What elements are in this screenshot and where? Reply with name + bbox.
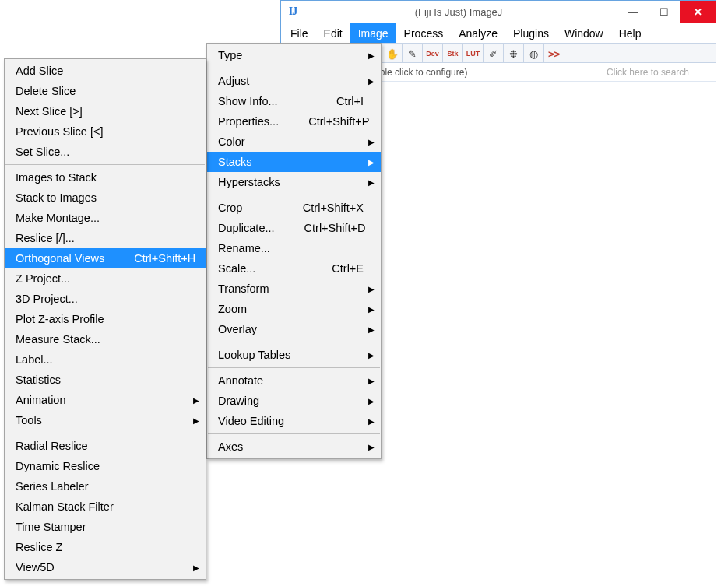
- image-menu-video-editing[interactable]: Video Editing▶: [207, 411, 381, 431]
- flood-tool-icon[interactable]: ◍: [524, 44, 544, 63]
- stacks-menu-reslice[interactable]: Reslice [/]...: [5, 228, 206, 248]
- stacks-menu-add-slice[interactable]: Add Slice: [5, 61, 206, 81]
- menu-item-shortcut: Ctrl+Shift+X: [273, 202, 364, 214]
- menu-item-shortcut: Ctrl+I: [307, 95, 364, 107]
- menu-item-label: Type: [218, 49, 242, 61]
- image-menu-lookup-tables[interactable]: Lookup Tables▶: [207, 345, 381, 365]
- image-menu-show-info[interactable]: Show Info...Ctrl+I: [207, 91, 381, 111]
- image-menu-separator: [208, 433, 380, 434]
- submenu-arrow-icon: ▶: [368, 377, 375, 385]
- menu-item-label: Axes: [218, 440, 243, 453]
- stacks-menu-orthogonal-views[interactable]: Orthogonal ViewsCtrl+Shift+H: [5, 248, 206, 268]
- menu-item-label: Dynamic Reslice: [16, 460, 100, 472]
- menu-item-label: Color: [218, 135, 245, 148]
- submenu-arrow-icon: ▶: [368, 397, 375, 405]
- image-menu-drawing[interactable]: Drawing▶: [207, 391, 381, 411]
- image-menu-overlay[interactable]: Overlay▶: [207, 319, 381, 339]
- menu-item-label: Lookup Tables: [218, 349, 290, 361]
- submenu-arrow-icon: ▶: [368, 51, 375, 60]
- dev-icon[interactable]: Dev: [423, 44, 443, 63]
- stacks-menu-delete-slice[interactable]: Delete Slice: [5, 81, 206, 101]
- stacks-menu-kalman-stack-filter[interactable]: Kalman Stack Filter: [5, 497, 206, 517]
- stacks-menu-3d-project[interactable]: 3D Project...: [5, 289, 206, 309]
- stacks-menu-previous-slice[interactable]: Previous Slice [<]: [5, 121, 206, 142]
- image-menu-rename[interactable]: Rename...: [207, 238, 381, 258]
- image-menu-adjust[interactable]: Adjust▶: [207, 71, 381, 91]
- menu-plugins[interactable]: Plugins: [505, 23, 557, 43]
- stacks-menu-dynamic-reslice[interactable]: Dynamic Reslice: [5, 456, 206, 476]
- stacks-menu-reslice-z[interactable]: Reslice Z: [5, 537, 206, 557]
- maximize-button[interactable]: ☐: [649, 1, 680, 23]
- menu-analyze[interactable]: Analyze: [451, 23, 505, 43]
- close-button[interactable]: ✕: [680, 1, 716, 23]
- submenu-arrow-icon: ▶: [368, 77, 375, 86]
- image-menu-axes[interactable]: Axes▶: [207, 437, 381, 457]
- brush-tool-icon[interactable]: ✐: [484, 44, 504, 63]
- stacks-menu-series-labeler[interactable]: Series Labeler: [5, 476, 206, 497]
- image-menu-separator: [208, 68, 380, 68]
- search-input[interactable]: Click here to search: [607, 67, 716, 78]
- submenu-arrow-icon: ▶: [368, 158, 375, 167]
- menu-item-label: Tools: [16, 414, 42, 426]
- more-tools-icon[interactable]: >>: [544, 44, 564, 63]
- submenu-arrow-icon: ▶: [368, 178, 375, 187]
- submenu-arrow-icon: ▶: [368, 138, 375, 146]
- stacks-menu-radial-reslice[interactable]: Radial Reslice: [5, 436, 206, 456]
- hand-tool-icon[interactable]: ✋: [382, 44, 403, 63]
- stacks-menu-stack-to-images[interactable]: Stack to Images: [5, 188, 206, 208]
- submenu-arrow-icon: ▶: [368, 417, 375, 426]
- menu-process[interactable]: Process: [396, 23, 452, 43]
- image-menu-stacks[interactable]: Stacks▶: [207, 152, 381, 172]
- stacks-menu-animation[interactable]: Animation▶: [5, 390, 206, 410]
- spray-tool-icon[interactable]: ❉: [504, 44, 524, 63]
- lut-icon[interactable]: LUT: [463, 44, 484, 63]
- menu-item-label: Reslice [/]...: [16, 232, 75, 244]
- stacks-menu-time-stamper[interactable]: Time Stamper: [5, 517, 206, 537]
- menu-item-label: Kalman Stack Filter: [16, 500, 114, 513]
- stacks-menu-separator: [5, 164, 205, 165]
- image-menu-duplicate[interactable]: Duplicate...Ctrl+Shift+D: [207, 218, 381, 238]
- image-menu-type[interactable]: Type▶: [207, 45, 381, 65]
- image-menu-properties[interactable]: Properties...Ctrl+Shift+P: [207, 111, 381, 132]
- image-menu-transform[interactable]: Transform▶: [207, 279, 381, 299]
- menu-window[interactable]: Window: [557, 23, 611, 43]
- stacks-menu-set-slice[interactable]: Set Slice...: [5, 142, 206, 162]
- menu-edit[interactable]: Edit: [316, 23, 350, 43]
- menu-item-label: Crop: [218, 202, 242, 214]
- menu-item-label: Previous Slice [<]: [16, 125, 103, 138]
- stacks-menu-make-montage[interactable]: Make Montage...: [5, 208, 206, 228]
- image-menu-hyperstacks[interactable]: Hyperstacks▶: [207, 172, 381, 192]
- menu-item-label: Drawing: [218, 395, 259, 407]
- image-menu-annotate[interactable]: Annotate▶: [207, 370, 381, 391]
- minimize-button[interactable]: —: [617, 1, 649, 23]
- menu-file[interactable]: File: [283, 23, 316, 43]
- menu-item-label: Animation: [16, 394, 65, 406]
- image-menu-color[interactable]: Color▶: [207, 132, 381, 152]
- stacks-menu-statistics[interactable]: Statistics: [5, 370, 206, 390]
- stacks-menu-plot-z-axis-profile[interactable]: Plot Z-axis Profile: [5, 309, 206, 329]
- menu-item-label: Radial Reslice: [16, 440, 88, 452]
- stk-icon[interactable]: Stk: [443, 44, 463, 63]
- stacks-menu-z-project[interactable]: Z Project...: [5, 268, 206, 289]
- menu-item-label: Plot Z-axis Profile: [16, 313, 104, 325]
- stacks-menu-tools[interactable]: Tools▶: [5, 410, 206, 430]
- menu-item-label: Statistics: [16, 374, 61, 386]
- menu-item-label: Zoom: [218, 303, 247, 315]
- menu-item-label: Transform: [218, 282, 269, 295]
- window-controls: — ☐ ✕: [617, 1, 716, 23]
- menu-help[interactable]: Help: [611, 23, 649, 43]
- stacks-menu-label[interactable]: Label...: [5, 349, 206, 370]
- stacks-menu-images-to-stack[interactable]: Images to Stack: [5, 167, 206, 188]
- menu-item-label: Overlay: [218, 323, 257, 335]
- menu-item-label: Images to Stack: [16, 171, 97, 184]
- menu-image[interactable]: Image: [350, 23, 396, 43]
- stacks-menu-measure-stack[interactable]: Measure Stack...: [5, 329, 206, 349]
- title-bar[interactable]: (Fiji Is Just) ImageJ — ☐ ✕: [281, 1, 716, 23]
- menu-item-label: Show Info...: [218, 95, 278, 107]
- picker-tool-icon[interactable]: ✎: [403, 44, 423, 63]
- stacks-menu-next-slice[interactable]: Next Slice [>]: [5, 101, 206, 121]
- image-menu-scale[interactable]: Scale...Ctrl+E: [207, 258, 381, 279]
- image-menu-crop[interactable]: CropCtrl+Shift+X: [207, 198, 381, 218]
- image-menu-zoom[interactable]: Zoom▶: [207, 299, 381, 319]
- stacks-menu-view5d[interactable]: View5D▶: [5, 557, 206, 577]
